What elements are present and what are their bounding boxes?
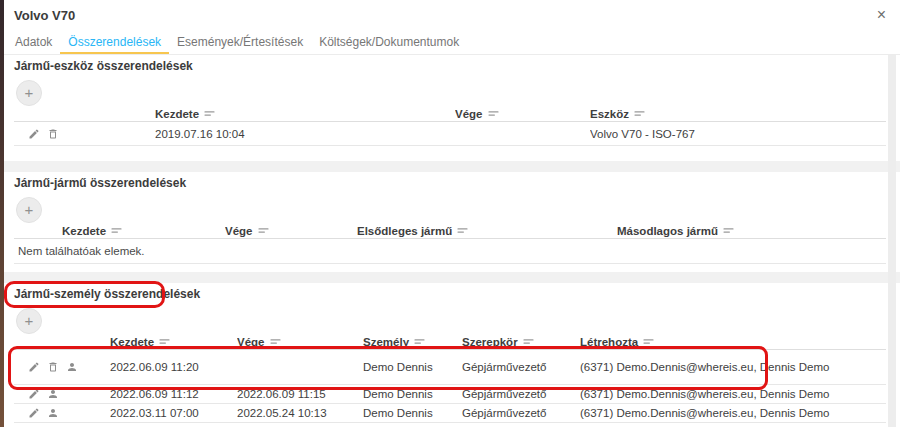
sort-icon[interactable] [409,336,425,348]
add-icon[interactable]: + [16,308,42,334]
column-header-label: Vége [455,108,483,120]
column-header-label: Létrehozta [580,336,638,348]
sort-icon[interactable] [106,225,122,237]
vertical-scrollbar[interactable] [888,55,896,427]
dialog-content: Jármű-eszköz összerendelések+KezdeteVége… [4,54,900,427]
tab-1[interactable]: Adatok [7,30,60,54]
column-header: Létrehozta [580,336,886,348]
edit-icon[interactable] [27,127,40,140]
edit-icon[interactable] [27,388,40,401]
sort-icon[interactable] [718,225,734,237]
table-cell: Gépjárművezető [462,388,580,400]
table-row[interactable]: 2019.07.16 10:04Volvo V70 - ISO-767 [14,122,886,146]
row-actions [14,361,110,374]
column-header-label: Kezdete [62,225,106,237]
sort-icon[interactable] [265,336,281,348]
table-cell: (6371) Demo.Dennis@whereis.eu, Dennis De… [580,361,886,373]
sections-container: Jármű-eszköz összerendelések+KezdeteVége… [4,55,900,427]
dialog-header: Volvo V70 × [4,0,900,30]
sort-icon[interactable] [253,225,269,237]
table-cell: Volvo V70 - ISO-767 [590,128,886,140]
close-icon[interactable]: × [875,7,888,23]
sort-icon[interactable] [154,336,170,348]
sort-icon[interactable] [483,108,499,120]
section-title: Jármű-jármű összerendelések [4,172,900,191]
person-icon[interactable] [46,407,59,420]
column-header-label: Kezdete [110,336,154,348]
tab-3[interactable]: Események/Értesítések [169,30,311,54]
column-header-label: Eszköz [590,108,629,120]
sort-icon[interactable] [629,108,645,120]
section-1: Jármű-eszköz összerendelések+KezdeteVége… [4,55,900,161]
edit-icon[interactable] [27,407,40,420]
add-icon[interactable]: + [16,197,42,223]
column-header-label: Másodlagos jármű [617,225,718,237]
table-row[interactable] [14,423,886,427]
section-3: Jármű-személy összerendelések+KezdeteVég… [4,283,900,427]
column-header: Elsődleges jármű [357,225,617,237]
table-cell: (6371) Demo.Dennis@whereis.eu, Dennis De… [580,388,886,400]
section-title: Jármű-személy összerendelések [4,283,900,302]
table-cell: 2022.05.24 10:13 [237,407,363,419]
column-header: Eszköz [590,108,886,120]
column-header: Vége [237,336,363,348]
table-cell: Demo Dennis [363,361,462,373]
table-cell: Demo Dennis [363,388,462,400]
table-cell: (6371) Demo.Dennis@whereis.eu, Dennis De… [580,407,886,419]
column-header-label: Elsődleges jármű [357,225,452,237]
table-header-row: KezdeteVégeElsődleges járműMásodlagos já… [14,223,886,239]
assignment-table: KezdeteVégeEszköz2019.07.16 10:04Volvo V… [4,106,900,146]
table-cell: Demo Dennis [363,407,462,419]
tab-4[interactable]: Költségek/Dokumentumok [311,30,467,54]
column-header-label: Személy [363,336,409,348]
column-header: Vége [455,108,590,120]
table-row[interactable]: 2022.06.09 11:20Demo DennisGépjárművezet… [14,350,886,385]
tab-bar: AdatokÖsszerendelésekEsemények/Értesítés… [4,30,900,54]
column-header: Vége [225,225,357,237]
column-header-label: Szerepkör [462,336,518,348]
row-actions [14,388,110,401]
add-icon[interactable]: + [16,80,42,106]
section-2: Jármű-jármű összerendelések+KezdeteVégeE… [4,172,900,272]
row-actions [14,407,110,420]
sort-icon[interactable] [199,108,215,120]
table-cell: 2022.06.09 11:20 [110,361,237,373]
column-header: Másodlagos jármű [617,225,886,237]
column-header: Kezdete [110,336,237,348]
table-row[interactable]: 2022.06.09 11:122022.06.09 11:15Demo Den… [14,385,886,404]
table-cell: 2022.06.09 11:12 [110,388,237,400]
table-row[interactable]: 2022.03.11 07:002022.05.24 10:13Demo Den… [14,404,886,423]
column-header-label: Vége [225,225,253,237]
delete-icon[interactable] [46,361,59,374]
column-header-label: Vége [237,336,265,348]
edit-icon[interactable] [27,361,40,374]
column-header: Személy [363,336,462,348]
table-cell: Gépjárművezető [462,361,580,373]
column-header: Kezdete [155,108,455,120]
table-cell: 2022.06.09 11:15 [237,388,363,400]
table-cell: 2022.03.11 07:00 [110,407,237,419]
section-title: Jármű-eszköz összerendelések [4,55,900,74]
column-header-label: Kezdete [155,108,199,120]
table-header-row: KezdeteVégeSzemélySzerepkörLétrehozta [14,334,886,350]
assignment-table: KezdeteVégeSzemélySzerepkörLétrehozta202… [4,334,900,427]
sort-icon[interactable] [452,225,468,237]
column-header: Szerepkör [462,336,580,348]
tab-2[interactable]: Összerendelések [60,30,169,54]
table-cell: 2019.07.16 10:04 [155,128,455,140]
table-header-row: KezdeteVégeEszköz [14,106,886,122]
person-icon[interactable] [46,388,59,401]
assignment-table: KezdeteVégeElsődleges járműMásodlagos já… [4,223,900,264]
dialog-title: Volvo V70 [14,8,75,23]
sort-icon[interactable] [638,336,654,348]
sort-icon[interactable] [518,336,534,348]
table-cell: Gépjárművezető [462,407,580,419]
empty-state-text: Nem találhatóak elemek. [14,239,886,264]
delete-icon[interactable] [46,127,59,140]
column-header: Kezdete [62,225,225,237]
person-icon[interactable] [65,361,78,374]
vehicle-dialog: Volvo V70 × AdatokÖsszerendelésekEsemény… [4,0,900,427]
row-actions [14,127,155,140]
